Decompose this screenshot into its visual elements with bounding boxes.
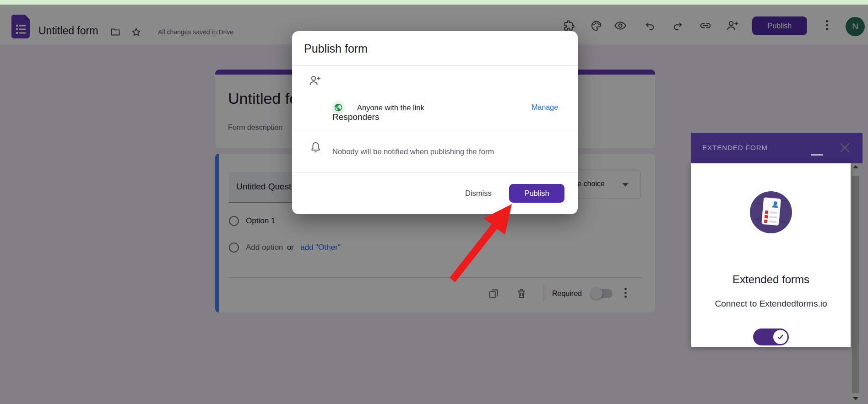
screen: Untitled form All changes saved in Drive: [0, 0, 868, 404]
connect-toggle[interactable]: [753, 329, 789, 345]
dialog-title: Publish form: [304, 42, 368, 55]
manage-link[interactable]: Manage: [532, 103, 558, 112]
check-icon: [776, 333, 784, 341]
audience-value: Anyone with the link: [357, 103, 424, 112]
publish-form-dialog: Publish form Responders Anyone with the …: [292, 31, 578, 214]
extension-panel-header: EXTENDED FORM: [691, 133, 863, 163]
extension-panel-body: Extended forms Connect to Extendedforms.…: [691, 163, 851, 347]
toggle-knob: [773, 330, 787, 344]
dialog-divider-2: [292, 131, 578, 131]
extension-subtitle: Connect to Extendedforms.io: [691, 299, 851, 309]
browser-top-strip: [0, 0, 868, 5]
close-icon[interactable]: [838, 141, 852, 155]
notify-text: Nobody will be notified when publishing …: [332, 147, 494, 156]
dismiss-button[interactable]: Dismiss: [465, 189, 492, 198]
dialog-divider-3: [292, 172, 578, 173]
extension-panel-title: EXTENDED FORM: [702, 144, 768, 151]
dialog-divider: [292, 65, 578, 66]
responders-icon: [309, 74, 321, 89]
minimize-icon[interactable]: [811, 154, 823, 156]
notifications-bell-icon: [309, 141, 322, 155]
dialog-publish-button[interactable]: Publish: [509, 184, 564, 203]
extension-app-name: Extended forms: [691, 273, 851, 286]
globe-icon: [331, 101, 345, 114]
extended-forms-logo: [749, 191, 792, 236]
